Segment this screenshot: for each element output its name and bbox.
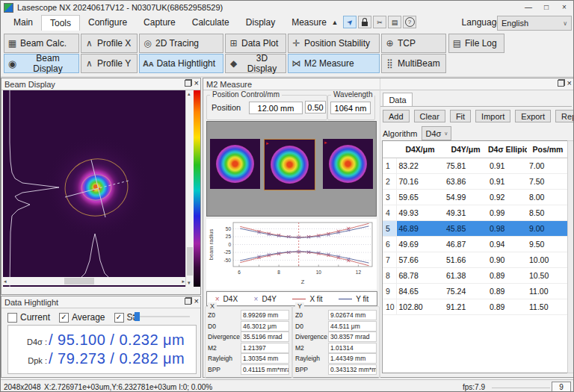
table-row[interactable]: 359.6554.990.928.00: [383, 190, 569, 205]
scroll-down-icon[interactable]: ▾: [188, 280, 191, 286]
table-cell: 0.92: [487, 190, 527, 205]
fps-slider[interactable]: [492, 388, 550, 388]
scroll-up-icon[interactable]: ▴: [188, 91, 191, 97]
maximize-button[interactable]: □: [537, 1, 555, 13]
table-cell: 68.78: [396, 268, 444, 284]
fps-counter-box[interactable]: 9: [552, 382, 571, 392]
stat-row-bpp: BPP0.343132 mm*mrad: [294, 364, 378, 376]
report-button[interactable]: Report: [555, 110, 574, 122]
toolbar-button-profile-y[interactable]: ∧Profile Y: [81, 54, 138, 73]
scrollbar-thumb[interactable]: [64, 278, 94, 284]
close-icon[interactable]: ×: [194, 79, 199, 87]
export-button[interactable]: Export: [515, 110, 551, 122]
lock-icon[interactable]: [358, 16, 371, 28]
document-icon[interactable]: ▤: [388, 16, 401, 28]
minimize-button[interactable]: —: [519, 1, 537, 13]
vertical-scrollbar[interactable]: ▴ ▾: [185, 90, 194, 287]
fit-button[interactable]: Fit: [450, 110, 471, 122]
table-row[interactable]: 546.8945.850.989.00: [383, 221, 569, 237]
position-label: Position: [212, 103, 241, 112]
checkbox-box[interactable]: ✓: [59, 313, 69, 323]
scroll-right-icon[interactable]: ▸: [182, 279, 185, 284]
close-button[interactable]: ×: [555, 1, 573, 13]
beam-image[interactable]: [3, 90, 185, 287]
stat-row-bpp: BPP0.41115 mm*mrad: [206, 364, 291, 376]
table-cell: 75.24: [444, 284, 487, 299]
menu-tab-display[interactable]: Display: [238, 15, 283, 31]
slider-handle[interactable]: [135, 312, 140, 321]
float-icon[interactable]: [185, 297, 192, 305]
clear-button[interactable]: Clear: [414, 110, 445, 122]
wavelength-input[interactable]: [330, 102, 371, 114]
font-icon: Aᴀ: [143, 59, 153, 68]
scroll-left-icon[interactable]: ◂: [4, 279, 7, 284]
table-row[interactable]: 10102.8091.210.8911.50: [383, 299, 569, 315]
menu-tab-measure[interactable]: Measure: [283, 15, 335, 31]
data-column: Data AddClearFitImportExportReport Algor…: [380, 78, 574, 378]
step-input[interactable]: [305, 101, 326, 113]
toolbar-button-3d-display[interactable]: ◆3D Display: [225, 54, 286, 73]
svg-text:beam radius: beam radius: [208, 229, 215, 261]
menu-tab-main[interactable]: Main: [5, 15, 41, 31]
table-cell: 9.50: [527, 237, 569, 252]
highlight-slider[interactable]: [130, 316, 190, 317]
help-icon[interactable]: ?: [403, 16, 416, 28]
language-value: English: [502, 19, 528, 28]
toolbar-button-m2-measure[interactable]: ⋈M2 Measure: [288, 54, 380, 73]
stat-row-m2: M21.01314: [294, 343, 378, 354]
toolbar-button-position-stability[interactable]: ✛Position Stability: [288, 34, 380, 53]
add-button[interactable]: Add: [383, 110, 410, 122]
position-input[interactable]: [249, 102, 303, 114]
tab-data[interactable]: Data: [383, 93, 413, 107]
algorithm-select[interactable]: D4σ ∨: [422, 126, 451, 140]
table-row[interactable]: 757.6651.660.9010.00: [383, 252, 569, 268]
highlight-value: / 79.273 / 0.282 μm: [49, 350, 185, 367]
checkbox-average[interactable]: ✓Average: [59, 312, 105, 323]
toolbar-button-tcp[interactable]: ⊕TCP: [381, 34, 446, 53]
menu-bar: MainToolsConfigureCaptureCalculateDispla…: [1, 14, 574, 31]
import-button[interactable]: Import: [475, 110, 510, 122]
table-row[interactable]: 183.2275.810.917.00: [383, 158, 569, 174]
table-row[interactable]: 449.9349.310.998.50: [383, 205, 569, 221]
menu-tab-calculate[interactable]: Calculate: [184, 15, 238, 31]
toolbar-button-2d-tracing[interactable]: ◎2D Tracing: [139, 34, 223, 53]
svg-text:-50: -50: [224, 258, 232, 263]
beam-thumbnail-1[interactable]: [210, 139, 260, 189]
toolbar-button-multibeam[interactable]: ⣿MultiBeam: [381, 54, 446, 73]
toolbar-button-profile-x[interactable]: ∧Profile X: [81, 34, 138, 53]
scrollbar-thumb[interactable]: [187, 247, 193, 276]
table-cell: 8.00: [527, 190, 569, 205]
collapse-icon[interactable]: ▲: [328, 16, 342, 28]
language-select[interactable]: English ∨: [497, 16, 572, 31]
table-row[interactable]: 984.6575.240.8911.00: [383, 284, 569, 299]
checkbox-current[interactable]: Current: [7, 312, 50, 323]
stat-label: D0: [295, 323, 328, 330]
checkbox-box[interactable]: [7, 313, 17, 323]
table-row[interactable]: 649.6946.870.949.50: [383, 237, 569, 252]
table-cell: 75.81: [444, 158, 487, 174]
toolbar-button-beam-calc[interactable]: ▦Beam Calc.: [4, 34, 79, 53]
highlight-values-box: D4σ :/ 95.100 / 0.232 μmDpk :/ 79.273 / …: [7, 325, 197, 374]
toolbar-button-beam-display[interactable]: ◉Beam Display: [4, 54, 79, 73]
checkbox-box[interactable]: ✓: [114, 313, 124, 323]
pin-icon[interactable]: ➤: [343, 16, 357, 28]
table-row[interactable]: 270.1663.860.917.50: [383, 174, 569, 190]
stat-value: 35.5196 mrad: [241, 332, 289, 342]
table-cell: 63.86: [444, 174, 487, 190]
svg-text:6: 6: [238, 270, 241, 275]
close-icon[interactable]: ×: [194, 297, 199, 305]
menu-tab-configure[interactable]: Configure: [80, 15, 135, 31]
toolbar-button-file-log[interactable]: ▤File Log: [448, 34, 504, 53]
table-row[interactable]: 868.7861.380.8910.50: [383, 268, 569, 284]
menu-tab-tools[interactable]: Tools: [41, 15, 80, 31]
beam-thumbnail-2-selected[interactable]: ▸: [264, 139, 315, 190]
menu-tab-capture[interactable]: Capture: [135, 15, 184, 31]
table-scrollbar[interactable]: [567, 140, 574, 373]
horizontal-scrollbar[interactable]: ◂ ▸: [3, 277, 185, 285]
toolbar-button-data-hightlight[interactable]: AᴀData Hightlight: [139, 54, 223, 73]
scissors-icon[interactable]: ✂: [373, 16, 386, 28]
toolbar-button-data-plot[interactable]: ⊞Data Plot: [225, 34, 286, 53]
row-number: 4: [383, 205, 396, 221]
beam-thumbnail-3[interactable]: ▸: [323, 139, 373, 189]
float-icon[interactable]: [185, 79, 192, 87]
